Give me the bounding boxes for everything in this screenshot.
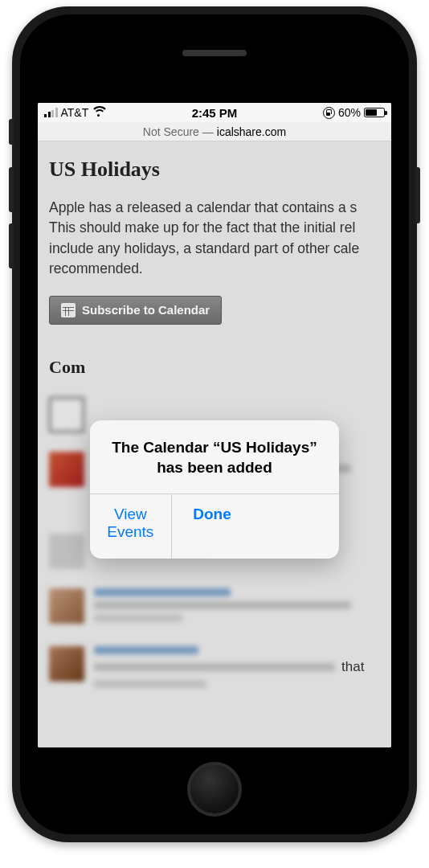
view-events-button[interactable]: View Events (90, 494, 171, 559)
calendar-icon (61, 303, 76, 317)
avatar (49, 397, 84, 432)
volume-down-button[interactable] (9, 223, 14, 268)
power-button[interactable] (415, 167, 420, 223)
done-button[interactable]: Done (171, 494, 253, 559)
signal-strength-icon (44, 108, 58, 117)
subscribe-to-calendar-button[interactable]: Subscribe to Calendar (49, 296, 222, 325)
comments-heading: Com (49, 357, 380, 378)
alert-title: The Calendar “US Holidays” has been adde… (90, 420, 339, 493)
home-button[interactable] (187, 762, 242, 817)
earpiece-speaker (182, 50, 247, 56)
volume-up-button[interactable] (9, 167, 14, 212)
avatar (49, 534, 84, 569)
screen: AT&T 2:45 PM 60% Not Secure — icalshare.… (38, 103, 391, 747)
web-page[interactable]: US Holidays Apple has a released a calen… (38, 141, 391, 747)
safari-url-bar[interactable]: Not Secure — icalshare.com (38, 122, 391, 141)
url-domain: icalshare.com (217, 125, 286, 138)
phone-frame: AT&T 2:45 PM 60% Not Secure — icalshare.… (12, 6, 417, 842)
avatar (49, 452, 84, 487)
calendar-added-alert: The Calendar “US Holidays” has been adde… (90, 420, 339, 559)
comment-trail-text: that (341, 659, 364, 675)
avatar (49, 588, 84, 624)
not-secure-label: Not Secure — (143, 125, 214, 138)
status-bar: AT&T 2:45 PM 60% (38, 103, 391, 122)
avatar (49, 646, 84, 682)
list-item (49, 579, 380, 637)
wifi-icon (92, 108, 104, 117)
clock: 2:45 PM (192, 106, 238, 120)
list-item: that (49, 637, 380, 702)
battery-icon (364, 108, 385, 117)
page-description: Apple has a released a calendar that con… (49, 198, 380, 280)
phone-bezel: AT&T 2:45 PM 60% Not Secure — icalshare.… (20, 14, 409, 834)
battery-percent: 60% (338, 106, 361, 119)
mute-switch[interactable] (9, 119, 14, 145)
carrier-label: AT&T (61, 106, 89, 119)
rotation-lock-icon (323, 107, 335, 119)
subscribe-label: Subscribe to Calendar (82, 303, 210, 317)
page-title: US Holidays (49, 158, 380, 182)
